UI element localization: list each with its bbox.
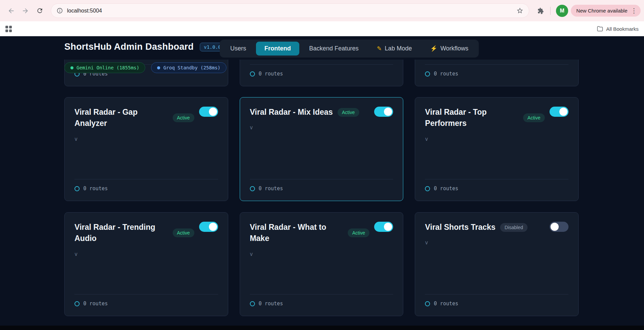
card-chevron[interactable]: v <box>425 240 568 246</box>
tab-users[interactable]: Users <box>222 42 255 56</box>
cards-grid: Viral Radar - Gap Analyzer Active v 0 ro… <box>64 97 579 316</box>
all-bookmarks-label: All Bookmarks <box>606 26 639 32</box>
routes-count: 0 routes <box>434 71 458 77</box>
dashboard: 0 routes 0 routes 0 routes ShortsHub Adm… <box>0 36 644 326</box>
routes-row: 0 routes <box>250 301 393 307</box>
card-header: Viral Radar - What to Make Active <box>250 222 393 244</box>
all-bookmarks-button[interactable]: All Bookmarks <box>597 25 639 32</box>
status-pill-label: Gemini Online (1855ms) <box>77 65 139 70</box>
tab-backend-features[interactable]: Backend Features <box>301 42 367 56</box>
card-chevron[interactable]: v <box>74 136 218 142</box>
reload-button[interactable] <box>33 4 47 18</box>
feature-card: Viral Radar - What to Make Active v 0 ro… <box>240 212 404 316</box>
address-bar[interactable]: localhost:5004 <box>51 3 529 18</box>
card-divider <box>250 179 393 179</box>
routes-circle-icon <box>250 186 255 191</box>
tab-lab-mode[interactable]: ✎ Lab Mode <box>368 42 420 56</box>
card-chevron[interactable]: v <box>74 251 218 257</box>
routes-row: 0 routes <box>425 71 568 77</box>
feature-card: Viral Radar - Gap Analyzer Active v 0 ro… <box>64 97 228 201</box>
toggle-knob <box>384 223 392 231</box>
status-badge: Active <box>173 113 194 122</box>
routes-row: 0 routes <box>74 185 218 192</box>
status-pill-blue: Groq Standby (258ms) <box>151 62 227 73</box>
new-chrome-button[interactable]: New Chrome available ⋮ <box>571 5 641 17</box>
back-button[interactable] <box>4 4 18 18</box>
card-header: Viral Radar - Top Performers Active <box>425 107 568 129</box>
routes-row: 0 routes <box>250 71 393 77</box>
routes-circle-icon <box>425 301 430 306</box>
dashboard-header: ShortsHub Admin Dashboard v1.0.0 Users F… <box>0 36 644 60</box>
menu-dots-icon[interactable]: ⋮ <box>631 7 637 14</box>
bookmark-star-icon[interactable] <box>516 7 523 14</box>
routes-circle-icon <box>250 301 255 306</box>
tab-label: Backend Features <box>309 45 359 52</box>
routes-count: 0 routes <box>83 185 108 192</box>
routes-circle-icon <box>425 186 430 191</box>
card-divider <box>74 294 218 294</box>
toggle-knob <box>209 108 217 116</box>
feature-card: Viral Radar - Trending Audio Active v 0 … <box>64 212 228 316</box>
card-header: Viral Radar - Trending Audio Active <box>74 222 218 244</box>
toggle-knob <box>209 223 217 231</box>
status-badge: Active <box>338 108 359 117</box>
routes-circle-icon <box>74 186 80 191</box>
browser-toolbar: localhost:5004 M New Chrome available ⋮ <box>0 0 644 21</box>
card-header: Viral Radar - Gap Analyzer Active <box>74 107 218 129</box>
routes-count: 0 routes <box>434 185 458 192</box>
toggle-switch[interactable] <box>199 222 218 232</box>
card-title: Viral Radar - Gap Analyzer <box>74 107 168 129</box>
status-pill-label: Groq Standby (258ms) <box>163 65 220 70</box>
card-divider <box>425 64 568 65</box>
feature-card: Viral Radar - Top Performers Active v 0 … <box>415 97 579 201</box>
card-title: Viral Radar - Trending Audio <box>74 222 168 244</box>
toggle-switch[interactable] <box>199 107 218 117</box>
toggle-switch[interactable] <box>550 107 568 117</box>
info-icon[interactable] <box>57 7 63 14</box>
tab-label: Users <box>230 45 246 52</box>
folder-icon <box>597 25 603 32</box>
card-divider <box>425 179 568 179</box>
tab-workflows[interactable]: ⚡ Workflows <box>422 42 477 56</box>
status-badge: Active <box>523 113 545 122</box>
card-divider <box>250 294 393 294</box>
status-dot-icon <box>157 66 160 69</box>
toggle-switch[interactable] <box>550 222 568 232</box>
routes-row: 0 routes <box>425 185 568 192</box>
reload-icon <box>36 7 43 14</box>
forward-button[interactable] <box>18 4 33 18</box>
status-badge: Disabled <box>500 223 527 232</box>
toolbar-separator <box>550 7 551 15</box>
routes-circle-icon <box>250 71 255 76</box>
card-header: Viral Radar - Mix Ideas Active <box>250 107 393 118</box>
extensions-icon[interactable] <box>533 4 548 18</box>
card-chevron[interactable]: v <box>425 136 568 142</box>
status-badge: Active <box>348 228 369 237</box>
card-chevron[interactable]: v <box>250 251 393 257</box>
status-dot-icon <box>70 66 73 69</box>
forward-arrow-icon <box>22 7 29 15</box>
card-title: Viral Radar - Mix Ideas <box>250 107 333 118</box>
card-divider <box>425 294 568 294</box>
toggle-switch[interactable] <box>374 222 393 232</box>
card-header: Viral Shorts Tracks Disabled <box>425 222 568 233</box>
card-chevron[interactable]: v <box>250 125 393 131</box>
card-divider <box>250 64 393 65</box>
toggle-switch[interactable] <box>374 107 393 117</box>
nav-tabs: Users Frontend Backend Features ✎ Lab Mo… <box>220 40 479 58</box>
title-wrap: ShortsHub Admin Dashboard v1.0.0 <box>64 42 225 52</box>
tab-label: Frontend <box>264 45 291 52</box>
new-chrome-label: New Chrome available <box>576 8 627 14</box>
profile-avatar[interactable]: M <box>556 5 568 17</box>
card-title: Viral Radar - Top Performers <box>425 107 518 129</box>
tab-label: Lab Mode <box>385 45 412 52</box>
tab-frontend[interactable]: Frontend <box>256 42 299 56</box>
status-pills: Gemini Online (1855ms) Groq Standby (258… <box>64 62 227 73</box>
status-badge: Active <box>173 228 194 237</box>
url-text[interactable]: localhost:5004 <box>67 8 102 14</box>
routes-circle-icon <box>74 301 80 306</box>
page-footer-strip <box>0 326 644 330</box>
routes-count: 0 routes <box>259 71 283 77</box>
feature-card: Viral Shorts Tracks Disabled v 0 routes <box>415 212 579 316</box>
apps-grid-icon[interactable] <box>5 26 12 32</box>
